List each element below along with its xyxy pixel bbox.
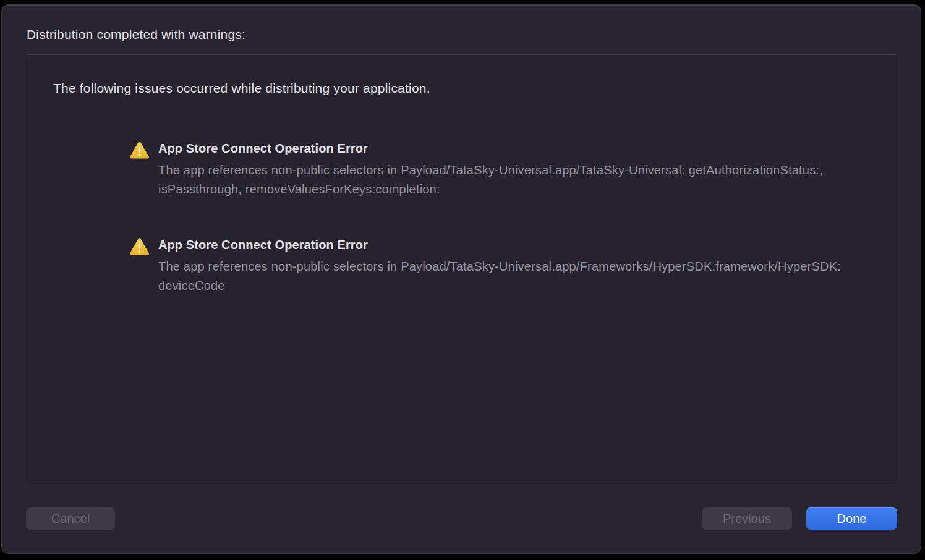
issue-detail: The app references non-public selectors … [158,161,869,199]
warning-triangle-icon [129,141,150,159]
warning-triangle-icon [129,237,150,256]
dialog-title: Distribution completed with warnings: [27,27,245,42]
issue-title: App Store Connect Operation Error [158,236,869,253]
issues-panel: The following issues occurred while dist… [27,54,897,480]
issue-body: App Store Connect Operation Error The ap… [158,140,869,199]
cancel-button[interactable]: Cancel [26,507,115,530]
done-button[interactable]: Done [806,507,897,530]
issue-detail: The app references non-public selectors … [158,257,869,295]
issue-body: App Store Connect Operation Error The ap… [158,236,869,295]
issue-row: App Store Connect Operation Error The ap… [129,236,869,295]
panel-heading: The following issues occurred while dist… [53,81,430,96]
issue-row: App Store Connect Operation Error The ap… [129,140,869,199]
previous-button[interactable]: Previous [702,507,792,530]
issue-title: App Store Connect Operation Error [158,140,869,157]
distribution-dialog: Distribution completed with warnings: Th… [1,4,921,554]
